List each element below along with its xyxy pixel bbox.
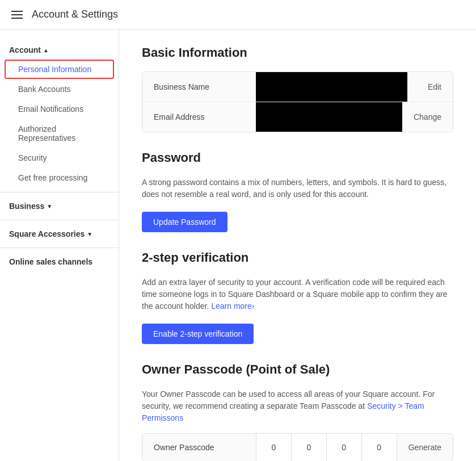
sidebar-divider-1	[0, 192, 119, 192]
info-table: Business Name Edit Email Address Change	[142, 72, 453, 132]
email-address-value	[256, 102, 402, 132]
business-name-value	[256, 72, 407, 102]
menu-icon[interactable]	[11, 11, 23, 19]
passcode-digit-4: 0	[361, 434, 397, 461]
owner-passcode-title: Owner Passcode (Point of Sale)	[142, 362, 453, 377]
online-sales-label: Online sales channels	[9, 257, 92, 266]
account-chevron: ▲	[43, 47, 49, 53]
passcode-table: Owner Passcode 0 0 0 0 Generate	[142, 433, 453, 461]
main-layout: Account ▲ Personal Information Bank Acco…	[0, 30, 476, 461]
two-step-title: 2-step verification	[142, 250, 453, 265]
enable-two-step-button[interactable]: Enable 2-step verification	[142, 324, 254, 344]
password-section: Password A strong password contains a mi…	[142, 150, 453, 232]
generate-passcode-button[interactable]: Generate	[397, 434, 453, 461]
password-description: A strong password contains a mix of numb…	[142, 177, 453, 200]
two-step-section: 2-step verification Add an extra layer o…	[142, 250, 453, 344]
owner-passcode-description: Your Owner Passcode can be used to acces…	[142, 388, 453, 424]
email-address-change-button[interactable]: Change	[402, 103, 453, 131]
business-name-edit-button[interactable]: Edit	[407, 73, 453, 100]
basic-information-section: Basic Information Business Name Edit Ema…	[142, 45, 453, 132]
learn-more-link[interactable]: Learn more›	[211, 301, 254, 311]
sidebar-item-personal-information[interactable]: Personal Information	[5, 60, 114, 79]
sidebar-account-section[interactable]: Account ▲	[0, 41, 119, 59]
basic-information-title: Basic Information	[142, 45, 453, 60]
square-accessories-chevron: ▼	[87, 231, 92, 237]
sidebar-item-get-free-processing[interactable]: Get free processing	[5, 168, 114, 187]
sidebar: Account ▲ Personal Information Bank Acco…	[0, 30, 119, 461]
sidebar-business-section[interactable]: Business ▼	[0, 197, 119, 215]
main-content: Basic Information Business Name Edit Ema…	[119, 30, 476, 461]
passcode-label: Owner Passcode	[142, 434, 256, 461]
sidebar-online-sales-section[interactable]: Online sales channels	[0, 253, 119, 271]
sidebar-item-bank-accounts[interactable]: Bank Accounts	[5, 79, 114, 99]
passcode-row: Owner Passcode 0 0 0 0 Generate	[142, 434, 453, 461]
sidebar-square-accessories-section[interactable]: Square Accessories ▼	[0, 225, 119, 243]
sidebar-item-email-notifications[interactable]: Email Notifications	[5, 99, 114, 119]
email-address-row: Email Address Change	[142, 102, 453, 132]
business-chevron: ▼	[47, 203, 52, 209]
account-section-label: Account	[9, 45, 41, 55]
passcode-digit-3: 0	[326, 434, 361, 461]
passcode-digit-2: 0	[291, 434, 326, 461]
sidebar-item-security[interactable]: Security	[5, 148, 114, 167]
header-title: Account & Settings	[32, 9, 118, 20]
sidebar-divider-2	[0, 220, 119, 220]
app-header: Account & Settings	[0, 0, 476, 30]
business-section-label: Business	[9, 202, 44, 211]
two-step-description: Add an extra layer of security to your a…	[142, 276, 453, 312]
passcode-digit-1: 0	[256, 434, 291, 461]
business-name-label: Business Name	[142, 73, 256, 100]
sidebar-item-authorized-representatives[interactable]: Authorized Representatives	[5, 119, 114, 148]
square-accessories-label: Square Accessories	[9, 229, 85, 238]
update-password-button[interactable]: Update Password	[142, 212, 228, 232]
password-title: Password	[142, 150, 453, 165]
email-address-label: Email Address	[142, 103, 256, 131]
business-name-row: Business Name Edit	[142, 72, 453, 102]
owner-passcode-section: Owner Passcode (Point of Sale) Your Owne…	[142, 362, 453, 461]
sidebar-divider-3	[0, 248, 119, 248]
